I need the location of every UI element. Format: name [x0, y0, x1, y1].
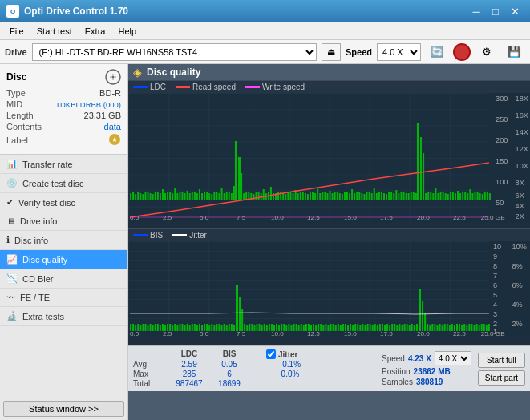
nav-fe-te[interactable]: 〰 FE / TE — [0, 289, 127, 307]
nav-transfer-rate[interactable]: 📊 Transfer rate — [0, 155, 127, 174]
svg-text:10%: 10% — [512, 243, 527, 251]
svg-text:12X: 12X — [516, 145, 528, 153]
nav-create-test-disc[interactable]: 💿 Create test disc — [0, 174, 127, 193]
svg-rect-327 — [422, 301, 423, 331]
drive-select[interactable]: (F:) HL-DT-ST BD-RE WH16NS58 TST4 — [32, 43, 317, 61]
svg-rect-169 — [464, 192, 466, 200]
svg-text:20.0: 20.0 — [417, 330, 430, 337]
svg-rect-57 — [189, 193, 191, 200]
svg-rect-330 — [429, 325, 431, 331]
svg-rect-283 — [313, 324, 314, 331]
record-button[interactable] — [453, 43, 471, 61]
close-button[interactable]: ✕ — [506, 4, 524, 18]
svg-rect-151 — [413, 192, 415, 200]
menu-file[interactable]: File — [3, 25, 30, 38]
start-full-button[interactable]: Start full — [478, 353, 525, 368]
svg-rect-299 — [352, 325, 354, 331]
svg-rect-304 — [364, 325, 366, 331]
svg-text:10: 10 — [493, 243, 501, 251]
svg-rect-336 — [444, 324, 446, 331]
total-jitter — [266, 379, 314, 388]
max-bis: 6 — [210, 370, 249, 378]
svg-rect-314 — [389, 325, 390, 331]
svg-rect-157 — [435, 188, 436, 200]
settings-button[interactable]: ⚙ — [475, 42, 498, 62]
svg-text:10.0: 10.0 — [271, 214, 284, 221]
read-speed-legend: Read speed — [176, 83, 236, 91]
svg-rect-39 — [144, 192, 146, 200]
title-bar: O Opti Drive Control 1.70 ─ □ ✕ — [0, 0, 530, 22]
disc-quality-header: ◈ Disc quality — [128, 64, 530, 81]
nav-cd-bler[interactable]: 📉 CD Bler — [0, 269, 127, 289]
stats-table: LDC BIS Jitter Avg 2.59 0.05 -0.1% — [133, 349, 375, 388]
svg-point-2 — [112, 76, 115, 79]
svg-rect-64 — [199, 189, 200, 200]
svg-rect-133 — [376, 193, 378, 200]
nav-verify-test-disc[interactable]: ✔ Verify test disc — [0, 193, 127, 212]
svg-text:4X: 4X — [516, 202, 524, 210]
samples-value: 380819 — [416, 378, 443, 386]
svg-rect-323 — [411, 324, 413, 331]
svg-text:20.0: 20.0 — [417, 214, 430, 221]
svg-rect-228 — [176, 325, 178, 331]
app-icon: O — [6, 5, 19, 18]
svg-rect-325 — [416, 324, 418, 331]
svg-rect-269 — [278, 325, 280, 331]
svg-rect-121 — [346, 192, 348, 200]
svg-rect-337 — [447, 324, 448, 331]
svg-rect-247 — [224, 324, 225, 331]
menu-help[interactable]: Help — [111, 25, 143, 38]
start-part-button[interactable]: Start part — [478, 370, 525, 386]
status-window-button[interactable]: Status window >> — [3, 401, 124, 417]
svg-rect-278 — [301, 324, 302, 331]
svg-rect-277 — [298, 325, 300, 331]
minimize-button[interactable]: ─ — [467, 4, 485, 18]
total-bis: 18699 — [210, 379, 249, 388]
svg-rect-350 — [479, 325, 480, 331]
speed-info-select[interactable]: 4.0 X — [435, 351, 471, 365]
svg-rect-136 — [383, 193, 385, 200]
svg-rect-244 — [216, 324, 217, 331]
nav-disc-info[interactable]: ℹ Disc info — [0, 231, 127, 250]
svg-rect-333 — [436, 325, 438, 331]
svg-rect-248 — [226, 325, 228, 331]
svg-rect-124 — [354, 193, 355, 200]
nav-drive-info[interactable]: 🖥 Drive info — [0, 212, 127, 231]
menu-start-test[interactable]: Start test — [30, 25, 79, 38]
menu-extra[interactable]: Extra — [79, 25, 112, 38]
svg-text:10X: 10X — [516, 162, 528, 170]
nav-fe-te-label: FE / TE — [20, 293, 50, 302]
sidebar: Disc Type BD-R MID TDKBLDRBB (000) Leng — [0, 64, 128, 420]
svg-rect-213 — [140, 325, 141, 331]
refresh-button[interactable]: 🔄 — [426, 42, 448, 62]
svg-text:150: 150 — [496, 157, 508, 165]
svg-rect-40 — [148, 192, 149, 200]
svg-rect-285 — [318, 324, 319, 331]
svg-rect-166 — [457, 191, 459, 200]
svg-text:2: 2 — [493, 320, 497, 328]
right-panel: ◈ Disc quality LDC Read speed — [128, 64, 530, 420]
svg-rect-170 — [467, 193, 468, 200]
speed-info-label: Speed — [382, 354, 405, 363]
svg-rect-221 — [160, 325, 161, 331]
nav-disc-quality[interactable]: 📈 Disc quality — [0, 250, 127, 269]
maximize-button[interactable]: □ — [487, 4, 504, 18]
svg-rect-34 — [132, 192, 134, 200]
eject-button[interactable]: ⏏ — [322, 43, 341, 61]
svg-rect-255 — [244, 324, 245, 331]
total-label: Total — [133, 379, 168, 388]
save-button[interactable]: 💾 — [503, 42, 525, 62]
svg-rect-328 — [424, 313, 426, 331]
svg-rect-232 — [187, 324, 188, 331]
svg-rect-175 — [479, 193, 481, 200]
nav-extra-tests[interactable]: 🔬 Extra tests — [0, 307, 127, 326]
svg-rect-60 — [235, 141, 237, 200]
speed-select[interactable]: 4.0 X — [377, 43, 421, 61]
svg-text:2.5: 2.5 — [163, 214, 172, 221]
svg-rect-99 — [292, 193, 293, 200]
avg-jitter: -0.1% — [266, 360, 314, 369]
contents-value: data — [104, 122, 121, 131]
disc-info-icon: ℹ — [6, 235, 10, 245]
jitter-checkbox[interactable] — [266, 349, 276, 359]
svg-rect-117 — [337, 192, 338, 200]
